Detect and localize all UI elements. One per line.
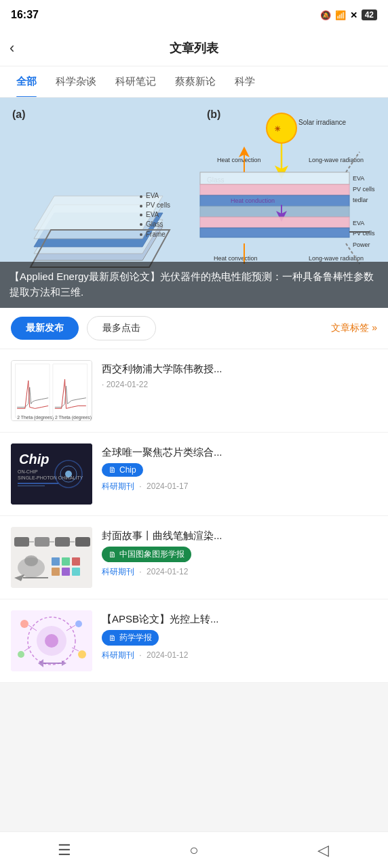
svg-point-84 — [75, 620, 82, 627]
status-time: 16:37 — [11, 9, 39, 21]
tab-all[interactable]: 全部 — [7, 66, 46, 98]
signal-icon: ✕ — [350, 10, 357, 20]
svg-point-14 — [140, 233, 142, 236]
svg-text:(a): (a) — [12, 108, 26, 120]
tag-link[interactable]: 文章标签 » — [331, 322, 377, 334]
svg-text:Long-wave radiation: Long-wave radiation — [309, 255, 364, 262]
tab-caicai[interactable]: 蔡蔡新论 — [166, 66, 225, 98]
svg-point-15 — [140, 223, 142, 226]
wifi-icon: 📶 — [335, 10, 346, 20]
svg-text:Heat convection: Heat convection — [214, 255, 258, 262]
article-info-4: 【APSB论文】光控上转... 🗎 药学学报 科研期刊 · 2024-01-12 — [102, 610, 377, 661]
svg-rect-48 — [15, 364, 50, 417]
nav-menu[interactable]: ☰ — [44, 835, 85, 865]
article-title: 西交利物浦大学陈伟教授... — [102, 361, 377, 376]
table-row[interactable]: 封面故事丨曲线笔触渲染... 🗎 中国图象图形学报 科研期刊 · 2024-01… — [0, 516, 388, 599]
svg-text:Heat conduction: Heat conduction — [231, 197, 275, 204]
svg-rect-74 — [52, 568, 60, 576]
article-thumb-2: Chip ON-CHIP SINGLE-PHOTON CHIRALITY — [11, 443, 92, 505]
svg-rect-64 — [55, 537, 70, 547]
svg-text:tedlar: tedlar — [353, 197, 368, 203]
svg-text:2 Theta (degrees): 2 Theta (degrees) — [17, 415, 54, 420]
svg-point-60 — [65, 471, 72, 477]
hero-overlay: 【Applied Energy最新原创论文】光伏器件的热电性能预测：一种具备鲁棒… — [0, 262, 388, 309]
tag-icon: 🗎 — [109, 633, 117, 643]
tag-icon: 🗎 — [109, 465, 117, 475]
latest-button[interactable]: 最新发布 — [11, 317, 79, 340]
back-button[interactable]: ‹ — [9, 39, 14, 57]
svg-text:SINGLE-PHOTON CHIRALITY: SINGLE-PHOTON CHIRALITY — [18, 475, 83, 480]
home-icon: ○ — [189, 842, 198, 859]
svg-rect-71 — [52, 557, 60, 566]
table-row[interactable]: Chip ON-CHIP SINGLE-PHOTON CHIRALITY 全球唯… — [0, 433, 388, 516]
svg-rect-76 — [72, 568, 80, 576]
hero-banner[interactable]: (a) (b) Frame Glass — [0, 98, 388, 308]
article-thumb-1: 2 Theta (degrees) 2 Theta (degrees) — [11, 360, 92, 421]
article-list: 2 Theta (degrees) 2 Theta (degrees) 西交利物… — [0, 349, 388, 683]
article-thumb-4 — [11, 610, 92, 671]
menu-icon: ☰ — [58, 842, 71, 859]
svg-rect-72 — [62, 557, 70, 566]
tag-icon: 🗎 — [109, 550, 117, 559]
article-info-1: 西交利物浦大学陈伟教授... · 2024-01-22 — [102, 360, 377, 389]
svg-rect-50 — [53, 364, 88, 417]
svg-rect-56 — [18, 483, 58, 484]
table-row[interactable]: 【APSB论文】光控上转... 🗎 药学学报 科研期刊 · 2024-01-12 — [0, 599, 388, 683]
tab-research[interactable]: 科研笔记 — [106, 66, 166, 98]
nav-back[interactable]: ◁ — [303, 835, 344, 865]
article-title: 封面故事丨曲线笔触渲染... — [102, 528, 377, 542]
svg-text:2 Theta (degrees): 2 Theta (degrees) — [55, 415, 92, 420]
svg-rect-65 — [75, 537, 90, 547]
hero-title: 【Applied Energy最新原创论文】光伏器件的热电性能预测：一种具备鲁棒… — [9, 269, 379, 300]
svg-rect-61 — [11, 527, 92, 588]
article-category-date: 科研期刊 · 2024-01-12 — [102, 650, 377, 661]
back-icon: ◁ — [317, 842, 329, 859]
svg-point-19 — [267, 113, 296, 143]
svg-point-18 — [140, 195, 142, 198]
article-tag: 🗎 药学学报 — [102, 630, 159, 646]
svg-text:Heat convection: Heat convection — [217, 157, 261, 163]
svg-rect-73 — [72, 557, 80, 566]
bottom-nav: ☰ ○ ◁ — [0, 831, 388, 868]
table-row[interactable]: 2 Theta (degrees) 2 Theta (degrees) 西交利物… — [0, 349, 388, 433]
svg-text:Frame: Frame — [146, 231, 166, 238]
svg-rect-62 — [14, 537, 29, 547]
svg-point-86 — [78, 650, 86, 658]
svg-rect-39 — [200, 228, 349, 237]
svg-rect-29 — [200, 184, 349, 195]
svg-rect-37 — [200, 217, 349, 228]
article-title: 全球唯一聚焦芯片类综合... — [102, 445, 377, 459]
article-thumb-3 — [11, 527, 92, 588]
mute-icon: 🔕 — [320, 10, 331, 20]
svg-point-17 — [140, 205, 142, 208]
svg-text:EVA: EVA — [353, 220, 364, 226]
svg-point-83 — [20, 620, 28, 628]
svg-text:Chip: Chip — [19, 452, 49, 467]
svg-point-82 — [45, 634, 58, 648]
article-info-2: 全球唯一聚焦芯片类综合... 🗎 Chip 科研期刊 · 2024-01-17 — [102, 443, 377, 492]
top-nav: ‹ 文章列表 — [0, 30, 388, 66]
nav-home[interactable]: ○ — [174, 835, 214, 865]
svg-text:PV cells: PV cells — [353, 186, 375, 193]
svg-text:☀: ☀ — [274, 125, 281, 133]
popular-button[interactable]: 最多点击 — [87, 316, 156, 340]
battery-badge: 42 — [362, 9, 377, 20]
status-bar: 16:37 🔕 📶 ✕ 42 — [0, 0, 388, 30]
svg-text:(b): (b) — [207, 108, 220, 120]
tab-more[interactable]: 科学 — [225, 66, 265, 98]
svg-point-16 — [140, 214, 142, 216]
svg-text:PV cells: PV cells — [353, 230, 375, 237]
svg-text:EVA: EVA — [146, 211, 159, 218]
svg-rect-31 — [200, 206, 349, 217]
tab-science[interactable]: 科学杂谈 — [46, 66, 106, 98]
article-date: · 2024-01-22 — [102, 380, 377, 389]
svg-rect-75 — [62, 568, 70, 576]
article-tag: 🗎 中国图象图形学报 — [102, 547, 191, 562]
svg-text:ON-CHIP: ON-CHIP — [18, 469, 38, 474]
svg-text:EVA: EVA — [146, 192, 159, 199]
status-icons: 🔕 📶 ✕ 42 — [320, 9, 377, 20]
svg-text:Glass: Glass — [146, 220, 163, 228]
svg-rect-28 — [200, 172, 349, 184]
svg-text:Power: Power — [353, 241, 370, 248]
article-title: 【APSB论文】光控上转... — [102, 612, 377, 626]
